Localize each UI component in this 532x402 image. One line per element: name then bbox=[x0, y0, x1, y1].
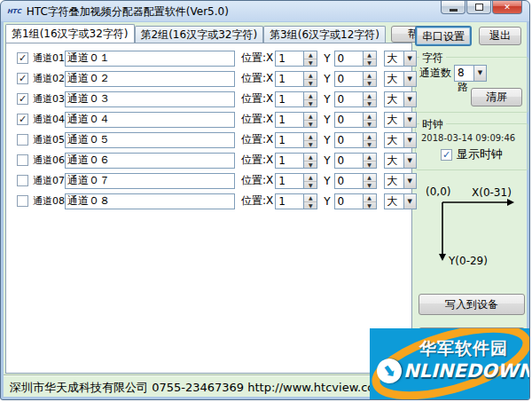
spinner-arrows-icon[interactable]: ▲▼ bbox=[363, 72, 376, 86]
size-combo[interactable]: 大▼ bbox=[384, 51, 417, 67]
y-spinner-input[interactable] bbox=[335, 174, 363, 188]
channel-row: 通道06 位置:X ▲▼ Y ▲▼ 大▼ bbox=[6, 150, 411, 170]
tab-group2[interactable]: 第2组(16汉字或32字符) bbox=[135, 26, 264, 43]
y-spinner[interactable]: ▲▼ bbox=[334, 112, 377, 128]
y-spinner[interactable]: ▲▼ bbox=[334, 153, 377, 169]
channel-row: 通道05 位置:X ▲▼ Y ▲▼ 大▼ bbox=[6, 130, 411, 150]
serial-settings-button[interactable]: 串口设置 bbox=[415, 26, 472, 46]
y-spinner-input[interactable] bbox=[335, 133, 363, 147]
y-spinner-input[interactable] bbox=[335, 113, 363, 127]
channel-enable-checkbox[interactable]: ✓ bbox=[17, 114, 28, 125]
channel-enable-checkbox[interactable] bbox=[17, 154, 28, 166]
chevron-down-icon: ▼ bbox=[403, 113, 416, 127]
spinner-arrows-icon[interactable]: ▲▼ bbox=[363, 113, 376, 127]
channel-text-input[interactable] bbox=[65, 71, 235, 87]
x-spinner-input[interactable] bbox=[276, 72, 303, 86]
y-spinner-input[interactable] bbox=[335, 92, 363, 106]
size-combo[interactable]: 大▼ bbox=[384, 132, 417, 148]
chevron-down-icon: ▼ bbox=[403, 194, 416, 209]
tab-control: 第1组(16汉字或32字符)第2组(16汉字或32字符)第3组(6汉字或12字符… bbox=[5, 24, 412, 374]
close-button[interactable]: ✕ bbox=[492, 1, 522, 14]
x-spinner[interactable]: ▲▼ bbox=[275, 132, 317, 148]
spinner-arrows-icon[interactable]: ▲▼ bbox=[303, 113, 317, 127]
y-spinner[interactable]: ▲▼ bbox=[334, 132, 377, 148]
spinner-arrows-icon[interactable]: ▲▼ bbox=[303, 174, 317, 188]
spinner-arrows-icon[interactable]: ▲▼ bbox=[303, 154, 317, 168]
show-clock-checkbox[interactable]: ✓ bbox=[441, 149, 452, 161]
minimize-button[interactable] bbox=[441, 1, 466, 14]
x-spinner[interactable]: ▲▼ bbox=[275, 173, 317, 189]
x-spinner[interactable]: ▲▼ bbox=[275, 51, 317, 67]
x-spinner-input[interactable] bbox=[276, 154, 303, 168]
channel-enable-checkbox[interactable] bbox=[17, 175, 28, 186]
spinner-arrows-icon[interactable]: ▲▼ bbox=[363, 174, 376, 188]
spinner-arrows-icon[interactable]: ▲▼ bbox=[303, 51, 317, 66]
channel-text-input[interactable] bbox=[65, 51, 235, 67]
x-spinner-input[interactable] bbox=[276, 113, 303, 127]
channel-text-input[interactable] bbox=[65, 173, 235, 189]
x-spinner[interactable]: ▲▼ bbox=[275, 71, 317, 87]
x-spinner-input[interactable] bbox=[276, 51, 303, 66]
y-spinner-input[interactable] bbox=[335, 154, 363, 168]
spinner-arrows-icon[interactable]: ▲▼ bbox=[363, 51, 376, 66]
spinner-arrows-icon[interactable]: ▲▼ bbox=[363, 92, 376, 106]
y-spinner-input[interactable] bbox=[335, 72, 363, 86]
clear-screen-button[interactable]: 清屏 bbox=[471, 88, 522, 106]
y-spinner[interactable]: ▲▼ bbox=[334, 51, 377, 67]
exit-button[interactable]: 退出 bbox=[479, 27, 521, 45]
size-combo[interactable]: 大▼ bbox=[384, 91, 417, 107]
y-spinner[interactable]: ▲▼ bbox=[334, 91, 377, 107]
channel-enable-checkbox[interactable]: ✓ bbox=[17, 93, 28, 105]
x-spinner-input[interactable] bbox=[276, 194, 303, 209]
chevron-down-icon: ▼ bbox=[473, 66, 486, 81]
x-spinner-input[interactable] bbox=[276, 174, 303, 188]
y-spinner-input[interactable] bbox=[335, 51, 363, 66]
spinner-arrows-icon[interactable]: ▲▼ bbox=[363, 133, 376, 147]
channel-row: ✓ 通道01 位置:X ▲▼ Y ▲▼ 大▼ bbox=[6, 48, 411, 68]
y-spinner[interactable]: ▲▼ bbox=[334, 173, 377, 189]
x-spinner[interactable]: ▲▼ bbox=[275, 193, 317, 209]
size-combo[interactable]: 大▼ bbox=[384, 71, 417, 87]
channel-text-input[interactable] bbox=[65, 112, 235, 128]
spinner-arrows-icon[interactable]: ▲▼ bbox=[303, 72, 317, 86]
size-combo[interactable]: 大▼ bbox=[384, 112, 417, 128]
channel-enable-checkbox[interactable] bbox=[17, 134, 28, 146]
y-spinner[interactable]: ▲▼ bbox=[334, 71, 377, 87]
watermark: 华军软件园 ⬇ NLINEDOWN .NET bbox=[370, 328, 529, 399]
x-spinner[interactable]: ▲▼ bbox=[275, 153, 317, 169]
size-combo[interactable]: 大▼ bbox=[384, 173, 417, 189]
x-spinner-input[interactable] bbox=[276, 92, 303, 106]
tab-group3[interactable]: 第3组(6汉字或12字符) bbox=[263, 26, 386, 43]
channel-enable-checkbox[interactable] bbox=[17, 195, 28, 207]
position-label: 位置:X bbox=[241, 51, 273, 66]
channel-text-input[interactable] bbox=[65, 193, 235, 209]
x-spinner[interactable]: ▲▼ bbox=[275, 112, 317, 128]
channel-label: 通道03 bbox=[33, 92, 65, 106]
size-combo[interactable]: 大▼ bbox=[384, 193, 417, 209]
size-combo[interactable]: 大▼ bbox=[384, 153, 417, 169]
spinner-arrows-icon[interactable]: ▲▼ bbox=[303, 133, 317, 147]
x-spinner-input[interactable] bbox=[276, 133, 303, 147]
position-label: 位置:X bbox=[241, 173, 273, 188]
y-label: Y bbox=[324, 134, 330, 146]
y-spinner[interactable]: ▲▼ bbox=[334, 193, 377, 209]
channel-enable-checkbox[interactable]: ✓ bbox=[17, 52, 28, 64]
channel-text-input[interactable] bbox=[65, 132, 235, 148]
watermark-brand: 华军软件园 bbox=[419, 337, 508, 360]
y-label: Y bbox=[324, 93, 330, 106]
x-spinner[interactable]: ▲▼ bbox=[275, 91, 317, 107]
write-to-device-button[interactable]: 写入到设备 bbox=[419, 294, 525, 315]
y-spinner-input[interactable] bbox=[335, 194, 363, 209]
tab-group1[interactable]: 第1组(16汉字或32字符) bbox=[5, 24, 135, 43]
spinner-arrows-icon[interactable]: ▲▼ bbox=[303, 92, 317, 106]
channel-count-combo[interactable]: 8路 ▼ bbox=[454, 65, 487, 82]
chevron-down-icon: ▼ bbox=[403, 133, 416, 147]
spinner-arrows-icon[interactable]: ▲▼ bbox=[363, 154, 376, 168]
channel-text-input[interactable] bbox=[65, 153, 235, 169]
channel-enable-checkbox[interactable]: ✓ bbox=[17, 73, 28, 84]
restore-button[interactable] bbox=[466, 1, 491, 14]
right-panel: 串口设置退出 字符 通道数 8路 ▼ 清屏 时钟 2018-03-14 09:0… bbox=[415, 26, 528, 374]
channel-text-input[interactable] bbox=[65, 91, 235, 107]
spinner-arrows-icon[interactable]: ▲▼ bbox=[363, 194, 376, 209]
spinner-arrows-icon[interactable]: ▲▼ bbox=[303, 194, 317, 209]
